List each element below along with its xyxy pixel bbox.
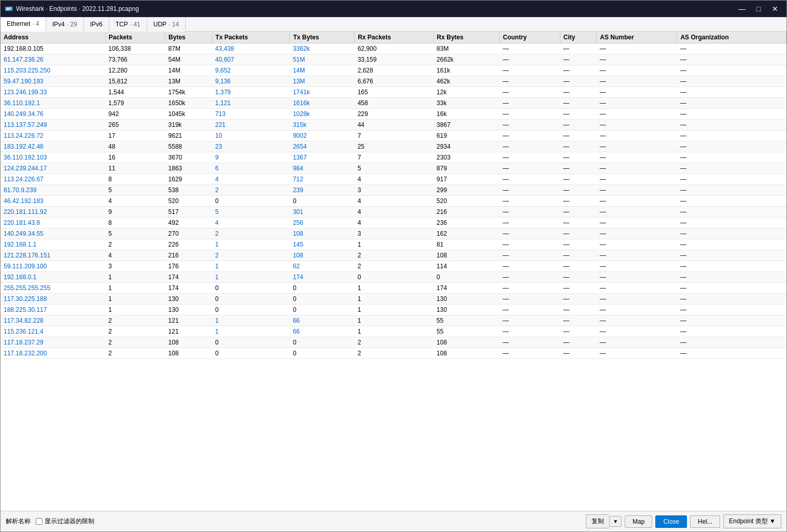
col-city[interactable]: City xyxy=(560,32,597,44)
table-row[interactable]: 117.30.225.188 1 130 0 0 1 130 — — — — xyxy=(1,294,786,305)
table-row[interactable]: 117.34.82.228 2 121 1 66 1 55 — — — — xyxy=(1,315,786,326)
table-row[interactable]: 115.236.121.4 2 121 1 66 1 55 — — — — xyxy=(1,326,786,337)
cell-address[interactable]: 121.228.176.151 xyxy=(1,250,105,261)
filter-checkbox[interactable] xyxy=(36,518,43,525)
cell-address[interactable]: 46.42.192.183 xyxy=(1,196,105,207)
table-row[interactable]: 117.18.237.29 2 108 0 0 2 108 — — — — xyxy=(1,337,786,348)
cell-rx-bytes: 108 xyxy=(433,348,499,359)
col-rx-bytes[interactable]: Rx Bytes xyxy=(433,32,499,44)
table-row[interactable]: 46.42.192.183 4 520 0 0 4 520 — — — — xyxy=(1,196,786,207)
tab-udp-count: · 14 xyxy=(168,21,179,28)
col-bytes[interactable]: Bytes xyxy=(165,32,212,44)
cell-tx-packets: 9 xyxy=(212,152,290,163)
cell-address[interactable]: 124.239.244.17 xyxy=(1,163,105,174)
cell-address[interactable]: 192.168.0.1 xyxy=(1,272,105,283)
col-rx-packets[interactable]: Rx Packets xyxy=(355,32,433,44)
table-row[interactable]: 255.255.255.255 1 174 0 0 1 174 — — — — xyxy=(1,283,786,294)
cell-address[interactable]: 220.181.43.8 xyxy=(1,218,105,228)
table-row[interactable]: 36.110.192.1 1,579 1650k 1,121 1616k 458… xyxy=(1,98,786,109)
cell-address[interactable]: 255.255.255.255 xyxy=(1,283,105,294)
col-tx-bytes[interactable]: Tx Bytes xyxy=(290,32,355,44)
cell-address[interactable]: 117.34.82.228 xyxy=(1,315,105,326)
cell-address[interactable]: 140.249.34.55 xyxy=(1,228,105,239)
cell-tx-bytes: 0 xyxy=(290,196,355,207)
table-row[interactable]: 188.225.30.117 1 130 0 0 1 130 — — — — xyxy=(1,305,786,315)
endpoint-type-dropdown[interactable]: Endpoint 类型 ▼ xyxy=(723,514,781,528)
tab-ipv4[interactable]: IPv4 · 29 xyxy=(46,17,84,32)
cell-address[interactable]: 115.236.121.4 xyxy=(1,326,105,337)
cell-address[interactable]: 115.203.225.250 xyxy=(1,65,105,76)
table-row[interactable]: 140.249.34.55 5 270 2 108 3 162 — — — — xyxy=(1,228,786,239)
col-as-org[interactable]: AS Organization xyxy=(677,32,786,44)
cell-address[interactable]: 123.246.199.33 xyxy=(1,87,105,98)
tab-tcp[interactable]: TCP · 41 xyxy=(109,17,147,32)
close-dialog-button[interactable]: Close xyxy=(655,515,687,528)
help-button[interactable]: Hel... xyxy=(690,515,720,528)
cell-address[interactable]: 192.168.1.1 xyxy=(1,239,105,250)
filter-checkbox-label[interactable]: 显示过滤器的限制 xyxy=(36,517,94,526)
minimize-button[interactable]: — xyxy=(735,4,749,14)
cell-address[interactable]: 220.181.111.92 xyxy=(1,207,105,218)
cell-as-org: — xyxy=(677,196,786,207)
copy-button[interactable]: 复制 xyxy=(586,514,609,528)
cell-address[interactable]: 117.30.225.188 xyxy=(1,294,105,305)
table-row[interactable]: 140.249.34.76 942 1045k 713 1028k 229 16… xyxy=(1,109,786,120)
cell-address[interactable]: 113.24.226.72 xyxy=(1,131,105,141)
close-button[interactable]: ✕ xyxy=(768,4,782,14)
cell-as-org: — xyxy=(677,44,786,54)
cell-address[interactable]: 36.110.192.103 xyxy=(1,152,105,163)
col-tx-packets[interactable]: Tx Packets xyxy=(212,32,290,44)
table-row[interactable]: 113.24.226.67 8 1629 4 712 4 917 — — — — xyxy=(1,174,786,185)
endpoints-table-container[interactable]: Address Packets Bytes Tx Packets Tx Byte… xyxy=(1,32,786,511)
maximize-button[interactable]: □ xyxy=(751,4,766,14)
cell-tx-bytes: 0 xyxy=(290,337,355,348)
table-row[interactable]: 183.192.42.46 48 5588 23 2654 25 2934 — … xyxy=(1,141,786,152)
table-row[interactable]: 61.147.236.26 73,766 54M 40,607 51M 33,1… xyxy=(1,54,786,65)
tab-udp[interactable]: UDP · 14 xyxy=(147,17,186,32)
cell-address[interactable]: 117.18.237.29 xyxy=(1,337,105,348)
table-row[interactable]: 59.111.209.100 3 176 1 62 2 114 — — — — xyxy=(1,261,786,272)
map-button[interactable]: Map xyxy=(625,515,652,528)
cell-address[interactable]: 81.70.9.239 xyxy=(1,185,105,196)
cell-address[interactable]: 59.47.190.193 xyxy=(1,76,105,87)
table-row[interactable]: 81.70.9.239 5 538 2 239 3 299 — — — — xyxy=(1,185,786,196)
table-row[interactable]: 121.228.176.151 4 216 2 108 2 108 — — — … xyxy=(1,250,786,261)
table-row[interactable]: 113.137.57.249 265 319k 221 315k 44 3867… xyxy=(1,120,786,131)
cell-as-number: — xyxy=(597,261,677,272)
cell-bytes: 130 xyxy=(165,294,212,305)
copy-dropdown-button[interactable]: ▼ xyxy=(609,516,622,527)
table-row[interactable]: 220.181.111.92 9 517 5 301 4 216 — — — — xyxy=(1,207,786,218)
col-country[interactable]: Country xyxy=(499,32,560,44)
cell-address[interactable]: 183.192.42.46 xyxy=(1,141,105,152)
cell-address[interactable]: 59.111.209.100 xyxy=(1,261,105,272)
table-row[interactable]: 192.168.1.1 2 226 1 145 1 81 — — — — xyxy=(1,239,786,250)
col-address[interactable]: Address xyxy=(1,32,105,44)
col-as-number[interactable]: AS Number xyxy=(597,32,677,44)
table-row[interactable]: 192.168.0.105 106,338 87M 43,438 3362k 6… xyxy=(1,44,786,54)
cell-address[interactable]: 192.168.0.105 xyxy=(1,44,105,54)
cell-tx-packets: 1 xyxy=(212,326,290,337)
table-row[interactable]: 36.110.192.103 16 3670 9 1367 7 2303 — —… xyxy=(1,152,786,163)
table-row[interactable]: 115.203.225.250 12,280 14M 9,652 14M 2,6… xyxy=(1,65,786,76)
table-row[interactable]: 123.246.199.33 1,544 1754k 1,379 1741k 1… xyxy=(1,87,786,98)
table-row[interactable]: 124.239.244.17 11 1863 6 984 5 879 — — —… xyxy=(1,163,786,174)
tab-ethernet[interactable]: Ethernet · 4 xyxy=(1,17,46,32)
col-packets[interactable]: Packets xyxy=(105,32,165,44)
cell-address[interactable]: 117.18.232.200 xyxy=(1,348,105,359)
table-row[interactable]: 59.47.190.193 15,812 13M 9,136 13M 6,676… xyxy=(1,76,786,87)
table-row[interactable]: 192.168.0.1 1 174 1 174 0 0 — — — — xyxy=(1,272,786,283)
cell-packets: 2 xyxy=(105,315,165,326)
cell-address[interactable]: 113.24.226.67 xyxy=(1,174,105,185)
cell-as-org: — xyxy=(677,218,786,228)
cell-address[interactable]: 36.110.192.1 xyxy=(1,98,105,109)
cell-address[interactable]: 113.137.57.249 xyxy=(1,120,105,131)
table-row[interactable]: 117.18.232.200 2 108 0 0 2 108 — — — — xyxy=(1,348,786,359)
cell-city: — xyxy=(560,163,597,174)
cell-address[interactable]: 140.249.34.76 xyxy=(1,109,105,120)
filter-label-text: 显示过滤器的限制 xyxy=(45,517,94,526)
table-row[interactable]: 220.181.43.8 8 492 4 256 4 236 — — — — xyxy=(1,218,786,228)
table-row[interactable]: 113.24.226.72 17 9621 10 9002 7 619 — — … xyxy=(1,131,786,141)
tab-ipv6[interactable]: IPv6 xyxy=(84,17,109,32)
cell-address[interactable]: 188.225.30.117 xyxy=(1,305,105,315)
cell-address[interactable]: 61.147.236.26 xyxy=(1,54,105,65)
